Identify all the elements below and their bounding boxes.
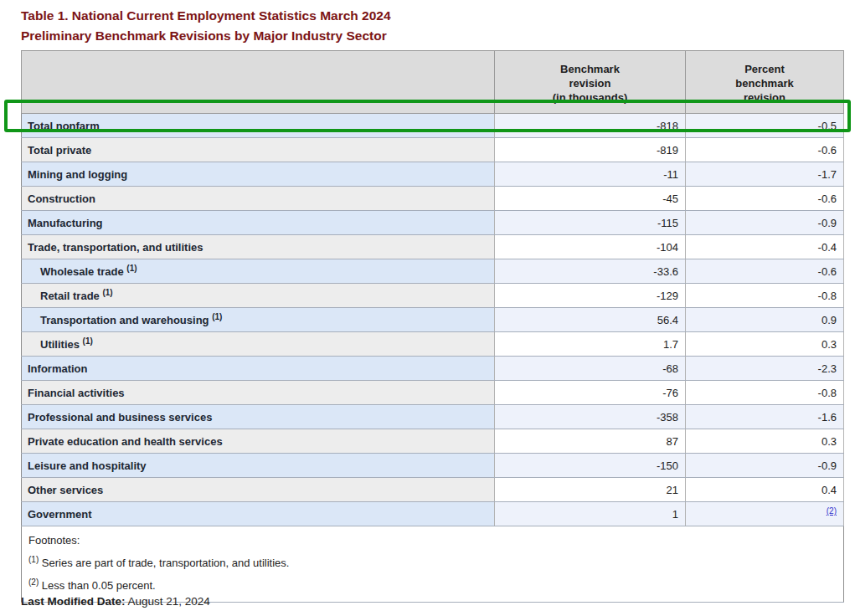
table-row: Wholesale trade (1)-33.6-0.6 (22, 259, 844, 284)
footnote-1-text: Series are part of trade, transportation… (42, 557, 290, 569)
percent-revision-value: -0.6 (686, 259, 844, 284)
industry-label: Mining and logging (22, 162, 495, 187)
benchmark-revision-value: 1 (495, 502, 686, 526)
last-modified: Last Modified Date: August 21, 2024 (21, 595, 210, 608)
industry-label: Other services (22, 478, 495, 502)
industry-label: Total private (22, 138, 495, 162)
percent-revision-value: -0.6 (686, 138, 844, 162)
title-line-1: Table 1. National Current Employment Sta… (21, 6, 391, 26)
footnotes-row: Footnotes: (1) Series are part of trade,… (22, 526, 844, 603)
benchmark-revision-value: -33.6 (495, 259, 686, 284)
industry-label: Government (22, 502, 495, 526)
table-row: Other services210.4 (22, 478, 844, 502)
percent-revision-value: 0.3 (686, 332, 844, 357)
table-row: Trade, transportation, and utilities-104… (22, 235, 844, 259)
table-row: Manufacturing-115-0.9 (22, 211, 844, 235)
benchmark-revision-value: -818 (495, 114, 686, 138)
benchmark-revision-value: -76 (495, 381, 686, 405)
table-row: Information-68-2.3 (22, 357, 844, 381)
industry-label: Retail trade (1) (22, 284, 495, 308)
industry-label: Utilities (1) (22, 332, 495, 357)
benchmark-revision-value: -129 (495, 284, 686, 308)
table-row: Professional and business services-358-1… (22, 405, 844, 429)
footnote-1-marker: (1) (28, 555, 39, 564)
page-title: Table 1. National Current Employment Sta… (21, 6, 391, 46)
percent-revision-value: -2.3 (686, 357, 844, 381)
benchmark-revision-value: -819 (495, 138, 686, 162)
benchmark-revision-value: -115 (495, 211, 686, 235)
benchmark-revision-value: -68 (495, 357, 686, 381)
percent-revision-value: -0.4 (686, 235, 844, 259)
benchmark-column-header: Benchmark revision (in thousands) (495, 51, 686, 114)
industry-label: Total nonfarm (22, 114, 495, 138)
footnote-2-text: Less than 0.05 percent. (42, 580, 156, 593)
industry-label: Professional and business services (22, 405, 495, 429)
footnote-marker: (1) (83, 336, 93, 346)
footnote-1: (1) Series are part of trade, transporta… (28, 550, 837, 572)
footnote-2: (2) Less than 0.05 percent. (28, 572, 837, 595)
percent-revision-value: 0.3 (686, 429, 844, 454)
percent-revision-value: 0.4 (686, 478, 844, 502)
industry-label: Construction (22, 187, 495, 211)
footnote-2-reference: (2) (827, 506, 837, 516)
percent-revision-value: 0.9 (686, 308, 844, 332)
footnotes-body: Footnotes: (1) Series are part of trade,… (22, 526, 844, 603)
table-row: Financial activities-76-0.8 (22, 381, 844, 405)
table-row: Government1(2) (22, 502, 844, 526)
percent-revision-value: -0.8 (686, 284, 844, 308)
benchmark-revision-value: 87 (495, 429, 686, 454)
percent-revision-value: (2) (686, 502, 844, 526)
title-line-2: Preliminary Benchmark Revisions by Major… (21, 26, 391, 46)
industry-label: Information (22, 357, 495, 381)
table-row: Mining and logging-11-1.7 (22, 162, 844, 187)
benchmark-revisions-table: Benchmark revision (in thousands) Percen… (21, 50, 844, 603)
table-row: Total private-819-0.6 (22, 138, 844, 162)
last-modified-value: August 21, 2024 (128, 595, 210, 608)
benchmark-revision-value: -11 (495, 162, 686, 187)
percent-revision-value: -1.6 (686, 405, 844, 429)
percent-revision-value: -0.9 (686, 211, 844, 235)
percent-revision-value: -0.6 (686, 187, 844, 211)
industry-label: Financial activities (22, 381, 495, 405)
table-row: Total nonfarm-818-0.5 (22, 114, 844, 138)
industry-label: Private education and health services (22, 429, 495, 454)
industry-label: Wholesale trade (1) (22, 259, 495, 284)
benchmark-revision-value: -150 (495, 454, 686, 478)
table-body: Total nonfarm-818-0.5Total private-819-0… (22, 114, 844, 526)
footnote-marker: (1) (126, 264, 136, 273)
table-row: Construction-45-0.6 (22, 187, 844, 211)
benchmark-revision-value: 1.7 (495, 332, 686, 357)
page: Table 1. National Current Employment Sta… (0, 0, 855, 616)
percent-revision-value: -1.7 (686, 162, 844, 187)
footnotes-heading: Footnotes: (28, 531, 837, 550)
industry-label: Manufacturing (22, 211, 495, 235)
header-row: Benchmark revision (in thousands) Percen… (22, 51, 844, 114)
footnotes-section: Footnotes: (1) Series are part of trade,… (22, 526, 844, 603)
table-row: Leisure and hospitality-150-0.9 (22, 454, 844, 478)
benchmark-revision-value: 56.4 (495, 308, 686, 332)
industry-label: Trade, transportation, and utilities (22, 235, 495, 259)
industry-column-header (22, 51, 495, 114)
table-row: Retail trade (1)-129-0.8 (22, 284, 844, 308)
table-row: Transportation and warehousing (1)56.40.… (22, 308, 844, 332)
benchmark-revision-value: -45 (495, 187, 686, 211)
benchmark-revision-value: -104 (495, 235, 686, 259)
footnote-2-marker: (2) (28, 578, 39, 587)
percent-column-header: Percent benchmark revision (686, 51, 844, 114)
industry-label: Leisure and hospitality (22, 454, 495, 478)
percent-revision-value: -0.9 (686, 454, 844, 478)
percent-revision-value: -0.8 (686, 381, 844, 405)
benchmark-revision-value: 21 (495, 478, 686, 502)
industry-label: Transportation and warehousing (1) (22, 308, 495, 332)
percent-revision-value: -0.5 (686, 114, 844, 138)
footnote-marker: (1) (212, 312, 222, 321)
footnote-2-link[interactable]: (2) (827, 506, 837, 516)
last-modified-label: Last Modified Date: (21, 595, 126, 608)
table-row: Private education and health services870… (22, 429, 844, 454)
footnote-marker: (1) (102, 288, 112, 297)
table-row: Utilities (1)1.70.3 (22, 332, 844, 357)
benchmark-revision-value: -358 (495, 405, 686, 429)
